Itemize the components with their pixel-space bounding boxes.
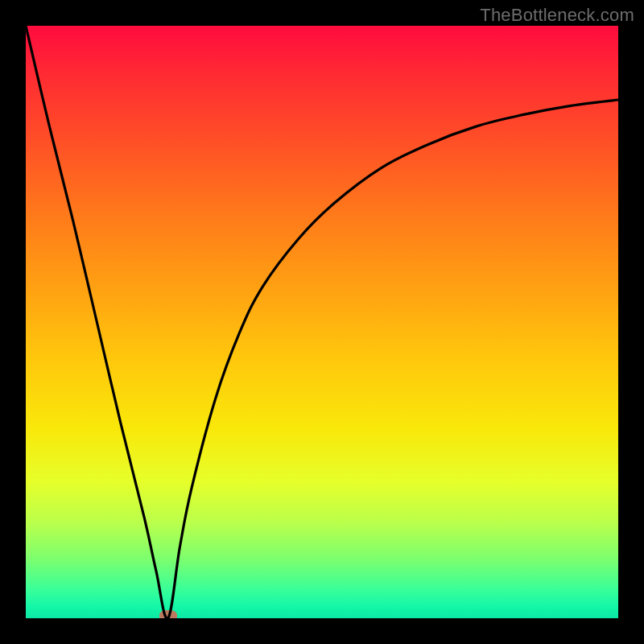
watermark-text: TheBottleneck.com xyxy=(480,5,634,26)
plot-area xyxy=(26,26,618,618)
bottleneck-curve xyxy=(26,26,618,618)
chart-frame: TheBottleneck.com xyxy=(0,0,644,644)
